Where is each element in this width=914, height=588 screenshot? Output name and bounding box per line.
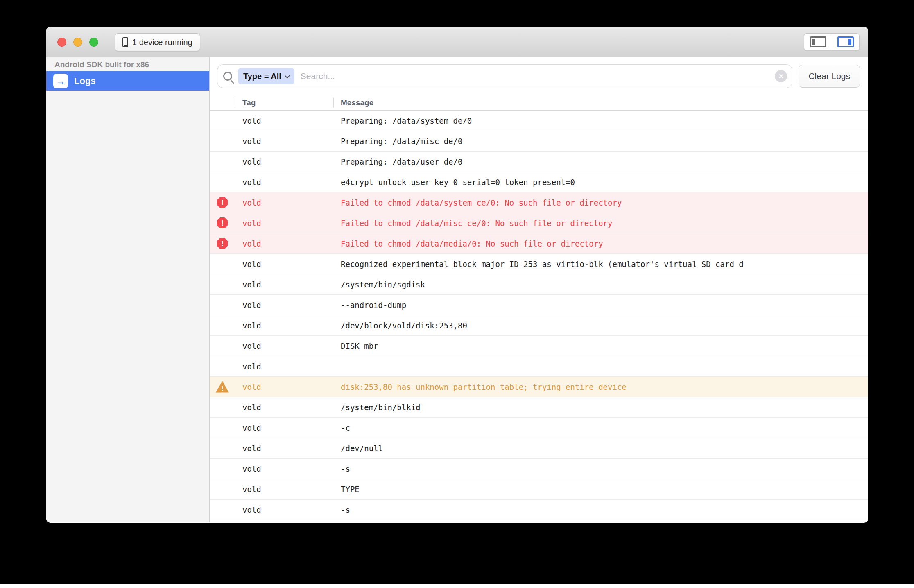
log-message: TYPE — [333, 485, 868, 494]
row-icon-spacer — [210, 315, 235, 335]
log-message: Preparing: /data/user_de/0 — [333, 157, 868, 166]
log-message: /dev/block/vold/disk:253,80 — [333, 321, 868, 330]
log-message: /system/bin/sgdisk — [333, 280, 868, 289]
row-icon-spacer — [210, 254, 235, 274]
log-tag: vold — [235, 382, 333, 391]
log-tag: vold — [235, 423, 333, 432]
log-table-body: voldPreparing: /data/system_de/0voldPrep… — [210, 111, 868, 522]
log-tag: vold — [235, 260, 333, 269]
log-message: --android-dump — [333, 301, 868, 310]
sidebar-item-logs[interactable]: → Logs — [46, 71, 209, 91]
device-running-label: 1 device running — [132, 38, 192, 47]
window-content: Android SDK built for x86 → Logs Type = … — [46, 57, 868, 522]
zoom-window-button[interactable] — [89, 38, 98, 47]
log-tag: vold — [235, 301, 333, 310]
main-panel: Type = All Search... ✕ Clear Logs Tag Me… — [210, 57, 868, 522]
log-toolbar: Type = All Search... ✕ Clear Logs — [210, 57, 868, 95]
log-tag: vold — [235, 116, 333, 125]
log-message: -s — [333, 505, 868, 514]
search-icon — [223, 72, 232, 81]
row-icon-spacer — [210, 131, 235, 151]
row-icon-spacer — [210, 397, 235, 417]
table-row[interactable]: vold-c — [210, 418, 868, 438]
clear-search-button[interactable]: ✕ — [775, 70, 787, 82]
log-tag: vold — [235, 178, 333, 187]
close-window-button[interactable] — [57, 38, 66, 47]
log-tag: vold — [235, 280, 333, 289]
tag-column-header[interactable]: Tag — [235, 95, 333, 110]
log-message: disk:253,80 has unknown partition table;… — [333, 382, 868, 391]
log-message: Failed to chmod /data/misc_ce/0: No such… — [333, 219, 868, 228]
log-tag: vold — [235, 137, 333, 146]
table-row[interactable]: !voldFailed to chmod /data/misc_ce/0: No… — [210, 213, 868, 233]
sidebar: Android SDK built for x86 → Logs — [46, 57, 210, 522]
row-icon-spacer — [210, 438, 235, 458]
logs-arrow-icon: → — [53, 74, 68, 88]
log-tag: vold — [235, 464, 333, 473]
search-input[interactable]: Type = All Search... ✕ — [217, 64, 792, 88]
table-row[interactable]: !voldFailed to chmod /data/media/0: No s… — [210, 233, 868, 254]
table-row[interactable]: vold-s — [210, 500, 868, 520]
device-running-button[interactable]: 1 device running — [115, 33, 200, 51]
error-icon: ! — [210, 213, 235, 233]
toggle-left-panel-button[interactable] — [804, 34, 832, 50]
log-tag: vold — [235, 239, 333, 248]
table-row[interactable]: !voldFailed to chmod /data/system_ce/0: … — [210, 192, 868, 213]
table-row[interactable]: !volddisk:253,80 has unknown partition t… — [210, 377, 868, 397]
log-message: Recognized experimental block major ID 2… — [333, 260, 868, 269]
warning-badge: ! — [216, 381, 229, 393]
row-icon-spacer — [210, 295, 235, 315]
table-row[interactable]: volde4crypt_unlock_user_key 0 serial=0 t… — [210, 172, 868, 192]
chevron-down-icon — [285, 73, 290, 78]
log-message: DISK mbr — [333, 341, 868, 351]
table-header: Tag Message — [210, 95, 868, 111]
toggle-right-panel-button[interactable] — [832, 34, 859, 50]
table-row[interactable]: vold/system/bin/blkid — [210, 397, 868, 418]
screen-bottom-strip — [0, 584, 914, 588]
table-row[interactable]: vold/system/bin/sgdisk — [210, 274, 868, 295]
title-bar: 1 device running — [46, 27, 868, 57]
clear-logs-button[interactable]: Clear Logs — [799, 65, 860, 88]
log-message: /dev/null — [333, 444, 868, 453]
log-message: e4crypt_unlock_user_key 0 serial=0 token… — [333, 178, 868, 187]
log-message: Preparing: /data/misc_de/0 — [333, 137, 868, 146]
log-message: -c — [333, 423, 868, 432]
traffic-lights — [57, 38, 98, 47]
table-row[interactable]: voldPreparing: /data/misc_de/0 — [210, 131, 868, 152]
log-tag: vold — [235, 341, 333, 351]
log-tag: vold — [235, 321, 333, 330]
table-row[interactable]: voldPreparing: /data/system_de/0 — [210, 111, 868, 131]
log-tag: vold — [235, 505, 333, 514]
log-message: Failed to chmod /data/system_ce/0: No su… — [333, 198, 868, 207]
log-tag: vold — [235, 157, 333, 166]
row-icon-spacer — [210, 418, 235, 438]
table-row[interactable]: voldRecognized experimental block major … — [210, 254, 868, 274]
log-message: /system/bin/blkid — [333, 403, 868, 412]
log-tag: vold — [235, 485, 333, 494]
table-row[interactable]: voldTYPE — [210, 479, 868, 500]
row-icon-spacer — [210, 459, 235, 479]
row-icon-spacer — [210, 172, 235, 192]
row-icon-spacer — [210, 500, 235, 520]
log-tag: vold — [235, 362, 333, 371]
table-row[interactable]: vold/dev/block/vold/disk:253,80 — [210, 315, 868, 336]
log-tag: vold — [235, 198, 333, 207]
table-row[interactable]: vold-s — [210, 459, 868, 479]
row-icon-spacer — [210, 479, 235, 499]
table-row[interactable]: vold — [210, 356, 868, 377]
error-icon: ! — [210, 233, 235, 253]
message-column-header[interactable]: Message — [333, 95, 868, 110]
type-filter-label: Type = All — [243, 72, 281, 81]
table-row[interactable]: vold--android-dump — [210, 295, 868, 315]
log-tag: vold — [235, 403, 333, 412]
error-badge: ! — [217, 197, 228, 208]
table-row[interactable]: voldPreparing: /data/user_de/0 — [210, 152, 868, 172]
warning-icon: ! — [210, 377, 235, 397]
table-row[interactable]: voldDISK mbr — [210, 336, 868, 356]
log-message: Preparing: /data/system_de/0 — [333, 116, 868, 125]
row-icon-spacer — [210, 356, 235, 376]
table-row[interactable]: vold/dev/null — [210, 438, 868, 459]
type-filter-token[interactable]: Type = All — [238, 68, 294, 84]
minimize-window-button[interactable] — [73, 38, 82, 47]
sidebar-item-label: Logs — [74, 76, 96, 86]
